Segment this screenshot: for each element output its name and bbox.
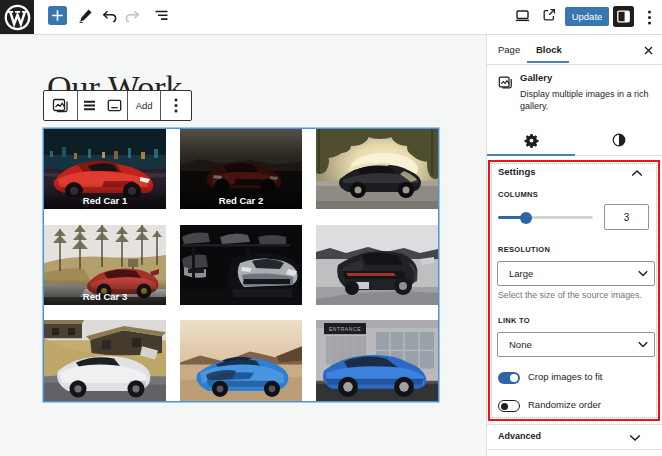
svg-text:ENTRANCE: ENTRANCE <box>329 326 361 332</box>
